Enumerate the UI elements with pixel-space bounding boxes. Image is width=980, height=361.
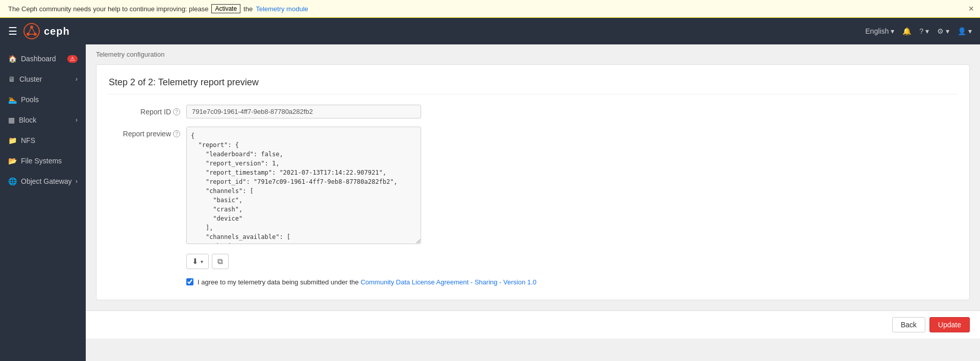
report-preview-textarea[interactable] [186, 127, 421, 244]
user-icon: 👤 [958, 27, 966, 35]
object-gateway-icon: 🌐 [8, 177, 17, 185]
svg-line-4 [32, 27, 35, 34]
activate-button[interactable]: Activate [211, 4, 240, 13]
sidebar-item-label: File Systems [21, 157, 62, 165]
filesystems-icon: 📂 [8, 157, 17, 165]
cluster-icon: 🖥 [8, 75, 15, 83]
sidebar-item-label: NFS [21, 136, 35, 145]
page-area: Step 2 of 2: Telemetry report preview Re… [86, 64, 980, 310]
settings-arrow: ▾ [946, 27, 949, 35]
preview-container [186, 127, 421, 246]
settings-menu[interactable]: ⚙ ▾ [937, 27, 949, 35]
agreement-row: I agree to my telemetry data being submi… [186, 277, 957, 287]
sidebar-item-block[interactable]: ▦ Block › [0, 110, 86, 130]
nav-left: ☰ ceph [8, 23, 70, 39]
help-arrow: ▾ [925, 27, 929, 35]
hamburger-menu-button[interactable]: ☰ [8, 25, 17, 37]
sidebar-item-label: Pools [21, 95, 39, 104]
nfs-icon: 📁 [8, 136, 17, 145]
chevron-right-icon: › [76, 76, 78, 83]
chevron-right-icon: › [76, 116, 78, 124]
pools-icon: 🏊 [8, 95, 17, 104]
sidebar-item-pools[interactable]: 🏊 Pools [0, 89, 86, 110]
update-button[interactable]: Update [929, 317, 970, 332]
notifications-button[interactable]: 🔔 [902, 27, 911, 35]
agreement-checkbox[interactable] [186, 278, 193, 285]
language-label: English [865, 27, 889, 35]
copy-icon: ⧉ [217, 257, 223, 266]
agreement-label: I agree to my telemetry data being submi… [198, 277, 536, 287]
dashboard-badge: ⚠ [67, 55, 78, 63]
help-menu[interactable]: ? ▾ [919, 27, 929, 35]
breadcrumb: Telemetry configuration [86, 44, 980, 64]
sidebar-item-dashboard[interactable]: 🏠 Dashboard ⚠ [0, 49, 86, 69]
telemetry-card: Step 2 of 2: Telemetry report preview Re… [96, 64, 970, 300]
block-icon: ▦ [8, 116, 15, 124]
user-menu[interactable]: 👤 ▾ [958, 27, 972, 35]
banner-message-before: The Ceph community needs your help to co… [8, 5, 208, 13]
logo: ceph [23, 23, 70, 39]
main-layout: 🏠 Dashboard ⚠ 🖥 Cluster › 🏊 Pools ▦ Bloc… [0, 44, 980, 361]
ceph-logo-icon [23, 23, 40, 39]
sidebar-item-object-gateway[interactable]: 🌐 Object Gateway › [0, 171, 86, 191]
language-arrow: ▾ [891, 27, 894, 35]
bell-icon: 🔔 [902, 27, 911, 35]
sidebar-item-label: Cluster [19, 75, 42, 83]
download-arrow-icon: ▾ [201, 259, 203, 264]
report-preview-info-icon[interactable]: ? [173, 130, 180, 137]
back-button[interactable]: Back [892, 317, 925, 332]
footer-bar: Back Update [86, 310, 980, 339]
card-title: Step 2 of 2: Telemetry report preview [109, 77, 957, 94]
settings-icon: ⚙ [937, 27, 944, 35]
sidebar-item-filesystems[interactable]: 📂 File Systems [0, 151, 86, 171]
top-navigation: ☰ ceph English ▾ 🔔 ? ▾ [0, 18, 980, 44]
sidebar-item-cluster[interactable]: 🖥 Cluster › [0, 69, 86, 89]
sidebar-item-label: Object Gateway [21, 177, 72, 185]
banner-message-after: the [243, 5, 253, 13]
sidebar: 🏠 Dashboard ⚠ 🖥 Cluster › 🏊 Pools ▦ Bloc… [0, 44, 86, 361]
sidebar-item-label: Dashboard [21, 55, 56, 63]
chevron-right-icon: › [76, 178, 78, 185]
cdla-link[interactable]: Community Data License Agreement - Shari… [360, 278, 536, 286]
sidebar-item-nfs[interactable]: 📁 NFS [0, 130, 86, 151]
report-preview-label: Report preview ? [109, 127, 180, 138]
telemetry-module-link[interactable]: Telemetry module [256, 5, 308, 13]
report-preview-row: Report preview ? [109, 127, 957, 246]
logo-text: ceph [44, 26, 70, 37]
nav-right: English ▾ 🔔 ? ▾ ⚙ ▾ 👤 ▾ [865, 27, 972, 35]
banner-close-button[interactable]: × [968, 4, 974, 14]
action-buttons: ⬇ ▾ ⧉ [186, 254, 957, 269]
copy-button[interactable]: ⧉ [212, 254, 229, 269]
dashboard-icon: 🏠 [8, 55, 17, 63]
svg-line-6 [28, 27, 32, 34]
language-selector[interactable]: English ▾ [865, 27, 894, 35]
download-icon: ⬇ [192, 257, 199, 266]
user-arrow: ▾ [968, 27, 972, 35]
help-icon: ? [919, 27, 923, 35]
notification-banner: The Ceph community needs your help to co… [0, 0, 980, 18]
report-id-label: Report ID ? [109, 105, 180, 116]
download-button[interactable]: ⬇ ▾ [186, 254, 209, 269]
main-content: Telemetry configuration Step 2 of 2: Tel… [86, 44, 980, 361]
sidebar-item-label: Block [19, 116, 36, 124]
report-id-info-icon[interactable]: ? [173, 108, 180, 115]
report-id-row: Report ID ? [109, 105, 957, 118]
report-id-input[interactable] [186, 105, 421, 118]
